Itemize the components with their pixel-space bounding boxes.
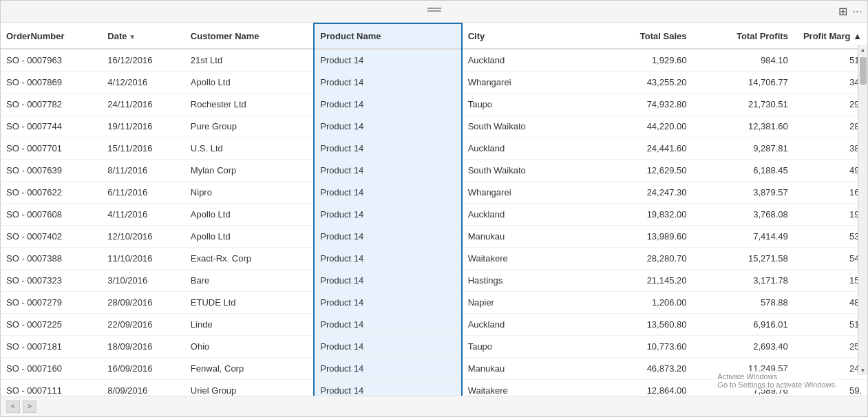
scrollbar-thumb[interactable] <box>860 57 867 85</box>
cell-margin: 34. <box>794 72 867 94</box>
cell-margin: 28. <box>794 116 867 138</box>
cell-customer: Exact-Rx. Corp <box>185 248 315 270</box>
cell-order: SO - 0007608 <box>1 204 102 226</box>
cell-order: SO - 0007869 <box>1 72 102 94</box>
cell-customer: Apollo Ltd <box>185 72 315 94</box>
cell-date: 18/09/2016 <box>102 336 185 358</box>
cell-city: Taupo <box>462 336 591 358</box>
cell-customer: ETUDE Ltd <box>185 292 315 314</box>
cell-city: Napier <box>462 292 591 314</box>
cell-customer: Uriel Group <box>185 380 315 396</box>
cell-date: 22/09/2016 <box>102 314 185 336</box>
cell-customer: Rochester Ltd <box>185 94 315 116</box>
table-body: SO - 000796316/12/201621st LtdProduct 14… <box>1 49 867 396</box>
cell-order: SO - 0007744 <box>1 116 102 138</box>
cell-product: Product 14 <box>314 160 461 182</box>
cell-sales: 19,832.00 <box>591 204 692 226</box>
table-row: SO - 00076226/11/2016NiproProduct 14Whan… <box>1 182 867 204</box>
col-header-sales[interactable]: Total Sales <box>591 23 692 49</box>
cell-sales: 43,255.20 <box>591 72 692 94</box>
cell-date: 4/12/2016 <box>102 72 185 94</box>
cell-profits: 15,271.58 <box>692 248 793 270</box>
cell-date: 11/10/2016 <box>102 248 185 270</box>
col-header-product[interactable]: Product Name <box>314 23 461 49</box>
cell-order: SO - 0007111 <box>1 380 102 396</box>
cell-order: SO - 0007225 <box>1 314 102 336</box>
table-row: SO - 00078694/12/2016Apollo LtdProduct 1… <box>1 72 867 94</box>
cell-city: Waitakere <box>462 248 591 270</box>
table-row: SO - 000727928/09/2016ETUDE LtdProduct 1… <box>1 292 867 314</box>
cell-order: SO - 0007782 <box>1 94 102 116</box>
grid-icon[interactable]: ⊞ <box>838 5 847 18</box>
table-row: SO - 00076398/11/2016Mylan CorpProduct 1… <box>1 160 867 182</box>
cell-date: 16/12/2016 <box>102 49 185 72</box>
cell-date: 3/10/2016 <box>102 270 185 292</box>
table-container: OrderNumber Date Customer Name Product N… <box>1 23 867 396</box>
col-header-customer[interactable]: Customer Name <box>185 23 315 49</box>
col-header-profits[interactable]: Total Profits <box>692 23 793 49</box>
cell-profits: 2,693.40 <box>692 336 793 358</box>
cell-city: Whangarei <box>462 72 591 94</box>
table-header-row: OrderNumber Date Customer Name Product N… <box>1 23 867 49</box>
cell-sales: 21,145.20 <box>591 270 692 292</box>
cell-customer: Pure Group <box>185 116 315 138</box>
more-icon[interactable]: ··· <box>853 6 862 18</box>
cell-date: 19/11/2016 <box>102 116 185 138</box>
scrollbar-right[interactable]: ▲ ▼ <box>858 45 867 375</box>
cell-date: 28/09/2016 <box>102 292 185 314</box>
table-row: SO - 000718118/09/2016OhioProduct 14Taup… <box>1 336 867 358</box>
table-row: SO - 000796316/12/201621st LtdProduct 14… <box>1 49 867 72</box>
cell-sales: 24,441.60 <box>591 138 692 160</box>
table-row: SO - 00073233/10/2016BareProduct 14Hasti… <box>1 270 867 292</box>
cell-sales: 12,629.50 <box>591 160 692 182</box>
cell-order: SO - 0007388 <box>1 248 102 270</box>
cell-city: Taupo <box>462 94 591 116</box>
cell-customer: U.S. Ltd <box>185 138 315 160</box>
cell-sales: 12,864.00 <box>591 380 692 396</box>
cell-date: 6/11/2016 <box>102 182 185 204</box>
cell-margin: 25. <box>794 336 867 358</box>
cell-margin: 38. <box>794 138 867 160</box>
col-header-order[interactable]: OrderNumber <box>1 23 102 49</box>
cell-sales: 44,220.00 <box>591 116 692 138</box>
bottom-bar: < > <box>1 396 867 416</box>
cell-product: Product 14 <box>314 270 461 292</box>
scroll-down-arrow[interactable]: ▼ <box>858 365 868 375</box>
col-header-city[interactable]: City <box>462 23 591 49</box>
cell-profits: 3,768.08 <box>692 204 793 226</box>
table-row: SO - 000740212/10/2016Apollo LtdProduct … <box>1 226 867 248</box>
table-row: SO - 000738811/10/2016Exact-Rx. CorpProd… <box>1 248 867 270</box>
horizontal-scroll-arrows: < > <box>6 400 36 413</box>
scroll-right-arrow[interactable]: > <box>23 400 36 413</box>
cell-sales: 46,873.20 <box>591 358 692 380</box>
cell-sales: 10,773.60 <box>591 336 692 358</box>
cell-product: Product 14 <box>314 292 461 314</box>
cell-date: 8/11/2016 <box>102 160 185 182</box>
cell-margin: 54. <box>794 248 867 270</box>
cell-profits: 14,706.77 <box>692 72 793 94</box>
col-header-margin[interactable]: Profit Marg ▲ <box>794 23 867 49</box>
cell-city: South Waikato <box>462 116 591 138</box>
cell-margin: 15. <box>794 270 867 292</box>
cell-customer: Apollo Ltd <box>185 204 315 226</box>
cell-profits: 984.10 <box>692 49 793 72</box>
cell-product: Product 14 <box>314 248 461 270</box>
cell-customer: 21st Ltd <box>185 49 315 72</box>
cell-date: 16/09/2016 <box>102 358 185 380</box>
cell-sales: 1,929.60 <box>591 49 692 72</box>
cell-margin: 19. <box>794 204 867 226</box>
cell-sales: 24,247.30 <box>591 182 692 204</box>
cell-product: Product 14 <box>314 226 461 248</box>
cell-product: Product 14 <box>314 49 461 72</box>
cell-margin: 48. <box>794 292 867 314</box>
cell-product: Product 14 <box>314 182 461 204</box>
cell-margin: 29. <box>794 94 867 116</box>
scroll-up-arrow[interactable]: ▲ <box>858 45 868 54</box>
col-header-date[interactable]: Date <box>102 23 185 49</box>
cell-margin: 51. <box>794 314 867 336</box>
cell-date: 12/10/2016 <box>102 226 185 248</box>
cell-order: SO - 0007639 <box>1 160 102 182</box>
cell-product: Product 14 <box>314 138 461 160</box>
scroll-left-arrow[interactable]: < <box>6 400 20 413</box>
cell-profits: 9,287.81 <box>692 138 793 160</box>
